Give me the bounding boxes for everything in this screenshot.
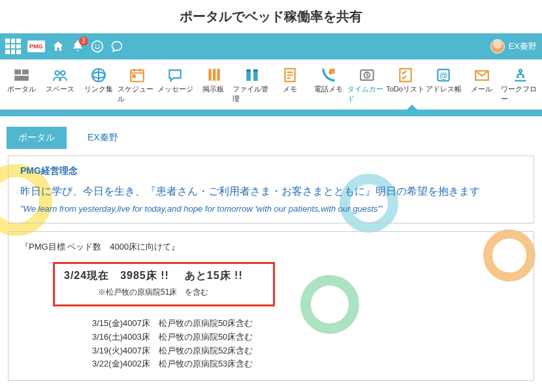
nav-icon bbox=[241, 66, 263, 84]
nav-icon bbox=[317, 66, 340, 84]
nav-label: ToDoリスト bbox=[386, 84, 424, 94]
svg-point-6 bbox=[55, 71, 59, 76]
nav-item-0[interactable]: ポータル bbox=[3, 63, 41, 109]
nav-item-13[interactable]: ワークフロー bbox=[501, 63, 539, 109]
goal-history: 3/15(金)4007床 松戸牧の原病院50床含む3/16(土)4003床 松戸… bbox=[92, 317, 522, 371]
nav-indicator-bar bbox=[0, 110, 542, 116]
nav-icon bbox=[10, 66, 33, 84]
nav-icon bbox=[202, 66, 225, 84]
nav-item-11[interactable]: @アドレス帳 bbox=[424, 63, 463, 109]
nav-label: スケジュール bbox=[118, 84, 156, 104]
nav-icon bbox=[279, 66, 301, 84]
nav-label: ファイル管理 bbox=[232, 84, 271, 104]
svg-rect-12 bbox=[246, 69, 251, 71]
nav-icon bbox=[88, 66, 110, 84]
nav-icon bbox=[471, 66, 493, 84]
nav-label: 掲示板 bbox=[202, 84, 224, 94]
portal-tabs: ポータルEX秦野 bbox=[0, 116, 542, 149]
nav-label: リンク集 bbox=[84, 84, 113, 94]
nav-label: スペース bbox=[46, 84, 74, 94]
philosophy-panel: PMG経営理念 昨日に学び、今日を生き、『患者さん・ご利用者さま・お客さまととも… bbox=[8, 155, 534, 223]
goal-title: 『PMG目標 ベッド数 4000床に向けて』 bbox=[20, 241, 522, 253]
philosophy-text-en: "We learn from yesterday,live for today,… bbox=[20, 204, 522, 214]
nav-label: メモ bbox=[283, 84, 297, 94]
nav-icon bbox=[49, 66, 71, 84]
home-icon[interactable] bbox=[52, 40, 65, 53]
nav-item-7[interactable]: メモ bbox=[271, 63, 310, 109]
svg-rect-4 bbox=[22, 69, 29, 74]
tab-0[interactable]: ポータル bbox=[7, 127, 67, 149]
nav-item-9[interactable]: タイムカード bbox=[347, 63, 386, 109]
nav-icon bbox=[394, 66, 417, 84]
philosophy-text-ja: 昨日に学び、今日を生き、『患者さん・ご利用者さま・お客さまとともに』明日の希望を… bbox=[20, 185, 522, 199]
chat-icon[interactable] bbox=[110, 40, 123, 53]
history-row: 3/19(火)4007床 松戸牧の原病院52床含む bbox=[92, 344, 522, 358]
main-nav: ポータルスペースリンク集スケジュールメッセージ掲示板ファイル管理メモ電話メモタイ… bbox=[0, 59, 542, 110]
svg-rect-3 bbox=[15, 69, 22, 74]
apps-icon[interactable] bbox=[5, 39, 21, 54]
nav-label: メール bbox=[471, 84, 492, 94]
nav-icon: @ bbox=[432, 66, 454, 84]
nav-item-10[interactable]: ToDoリスト bbox=[386, 63, 424, 109]
nav-item-3[interactable]: スケジュール bbox=[118, 63, 156, 109]
pmg-logo[interactable]: PMG bbox=[27, 41, 45, 52]
svg-rect-13 bbox=[253, 69, 258, 71]
svg-point-21 bbox=[519, 69, 522, 72]
goal-note: ※松戸牧の原病院51床 を含む bbox=[98, 287, 264, 298]
goal-current: 3/24現在 3985床 !!あと15床 !! bbox=[64, 269, 264, 283]
nav-icon bbox=[356, 66, 378, 84]
svg-text:@: @ bbox=[439, 71, 448, 80]
history-row: 3/15(金)4007床 松戸牧の原病院50床含む bbox=[92, 317, 522, 331]
history-row: 3/16(土)4003床 松戸牧の原病院50床含む bbox=[92, 331, 522, 344]
nav-item-5[interactable]: 掲示板 bbox=[195, 63, 233, 109]
svg-point-1 bbox=[95, 44, 96, 46]
svg-rect-5 bbox=[15, 76, 29, 81]
nav-label: タイムカード bbox=[347, 84, 386, 104]
nav-icon bbox=[509, 66, 532, 84]
svg-rect-11 bbox=[133, 75, 135, 77]
svg-point-7 bbox=[61, 71, 65, 76]
nav-label: ワークフロー bbox=[501, 84, 539, 104]
bed-goal-panel: 『PMG目標 ベッド数 4000床に向けて』 3/24現在 3985床 !!あと… bbox=[8, 231, 534, 381]
avatar[interactable] bbox=[490, 39, 505, 54]
goal-highlight-box: 3/24現在 3985床 !!あと15床 !! ※松戸牧の原病院51床 を含む bbox=[53, 262, 275, 306]
topbar: PMG 3 EX秦野 bbox=[0, 33, 542, 59]
notification-count: 3 bbox=[79, 37, 88, 46]
svg-point-2 bbox=[98, 44, 99, 46]
nav-item-2[interactable]: リンク集 bbox=[79, 63, 118, 109]
nav-label: メッセージ bbox=[157, 84, 193, 94]
nav-item-1[interactable]: スペース bbox=[41, 63, 80, 109]
nav-item-6[interactable]: ファイル管理 bbox=[232, 63, 271, 109]
nav-item-4[interactable]: メッセージ bbox=[156, 63, 195, 109]
smile-icon[interactable] bbox=[91, 40, 104, 53]
nav-item-12[interactable]: メール bbox=[463, 63, 502, 109]
nav-label: アドレス帳 bbox=[426, 84, 462, 94]
nav-label: ポータル bbox=[7, 84, 36, 94]
page-title: ポータルでベッド稼働率を共有 bbox=[0, 0, 542, 33]
svg-point-0 bbox=[91, 41, 103, 52]
nav-icon bbox=[126, 66, 148, 84]
tab-1[interactable]: EX秦野 bbox=[76, 127, 130, 149]
philosophy-title: PMG経営理念 bbox=[20, 165, 522, 177]
nav-icon bbox=[164, 66, 186, 84]
nav-item-8[interactable]: 電話メモ bbox=[310, 63, 348, 109]
history-row: 3/22(金)4002床 松戸牧の原病院53床含む bbox=[92, 357, 522, 371]
nav-label: 電話メモ bbox=[314, 84, 343, 94]
notifications-button[interactable]: 3 bbox=[71, 39, 84, 54]
user-name[interactable]: EX秦野 bbox=[509, 41, 537, 52]
